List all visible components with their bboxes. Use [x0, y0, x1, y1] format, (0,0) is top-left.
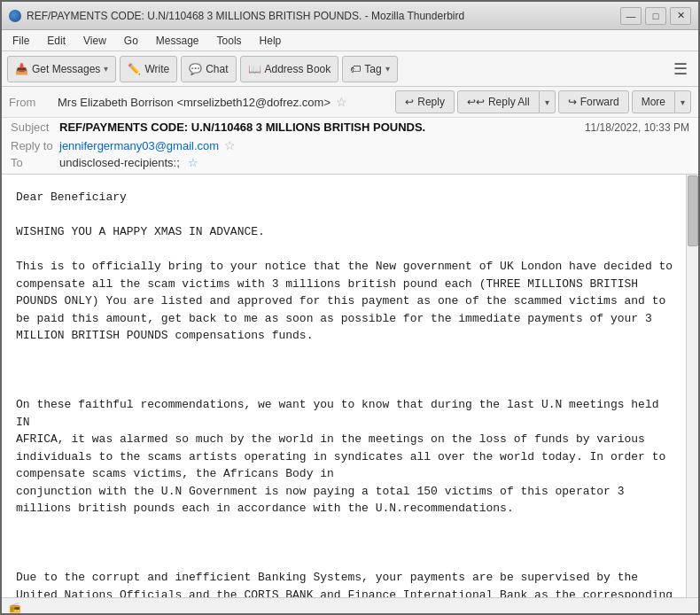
action-buttons: ↩ Reply ↩↩ Reply All ▾ ↪ Forward More — [395, 90, 691, 113]
reply-to-star-icon[interactable]: ☆ — [224, 138, 236, 152]
subject-label: Subject — [11, 121, 59, 134]
scrollbar[interactable] — [686, 175, 698, 597]
menu-tools[interactable]: Tools — [210, 33, 249, 49]
to-label: To — [11, 156, 59, 169]
reply-button[interactable]: ↩ Reply — [395, 90, 455, 113]
tag-icon: 🏷 — [350, 63, 361, 75]
reply-all-label: Reply All — [488, 96, 530, 108]
main-content: From Mrs Elizabeth Borrison <mrselizbeth… — [2, 87, 698, 615]
reply-to-value: jennifergermany03@gmail.com — [59, 139, 219, 152]
menu-go[interactable]: Go — [117, 33, 145, 49]
to-row: To undisclosed-recipients:; ☆ — [2, 154, 698, 174]
address-book-button[interactable]: 📖 Address Book — [240, 56, 339, 82]
from-label: From — [9, 96, 58, 109]
minimize-button[interactable]: — — [620, 7, 642, 25]
menu-file[interactable]: File — [5, 33, 36, 49]
more-group: More ▾ — [632, 90, 691, 113]
tag-label: Tag — [364, 63, 381, 75]
write-icon: ✏️ — [128, 63, 141, 75]
from-value: Mrs Elizabeth Borrison <mrselizbeth12@do… — [58, 96, 331, 109]
from-section: From Mrs Elizabeth Borrison <mrselizbeth… — [9, 95, 347, 109]
maximize-button[interactable]: □ — [645, 7, 666, 25]
forward-icon: ↪ — [568, 96, 577, 108]
get-messages-icon: 📥 — [15, 63, 28, 75]
menu-message[interactable]: Message — [149, 33, 206, 49]
to-value: undisclosed-recipients:; ☆ — [59, 156, 198, 169]
email-body-container: Dear Beneficiary WISHING YOU A HAPPY XMA… — [2, 175, 698, 597]
chat-label: Chat — [206, 63, 228, 75]
forward-button[interactable]: ↪ Forward — [558, 90, 629, 113]
reply-all-group: ↩↩ Reply All ▾ — [457, 90, 556, 113]
app-icon — [9, 10, 21, 22]
scrollbar-thumb[interactable] — [688, 175, 698, 246]
status-icon: 📻 — [9, 602, 21, 613]
subject-row: Subject REF/PAYMENTS CODE: U.N/110468 3 … — [2, 118, 698, 136]
email-header: From Mrs Elizabeth Borrison <mrselizbeth… — [2, 87, 698, 175]
more-label: More — [642, 96, 665, 108]
status-bar: 📻 — [2, 597, 698, 615]
reply-label: Reply — [417, 96, 445, 108]
get-messages-button[interactable]: 📥 Get Messages ▾ — [7, 56, 116, 82]
forward-label: Forward — [580, 96, 619, 108]
to-star-icon[interactable]: ☆ — [188, 156, 198, 169]
chat-icon: 💬 — [189, 63, 202, 75]
email-body: Dear Beneficiary WISHING YOU A HAPPY XMA… — [2, 175, 698, 597]
reply-all-dropdown[interactable]: ▾ — [540, 90, 556, 113]
window-title: REF/PAYMENTS CODE: U.N/110468 3 MILLIONS… — [27, 10, 464, 22]
address-book-label: Address Book — [265, 63, 331, 75]
reply-icon: ↩ — [405, 96, 414, 108]
reply-to-row: Reply to jennifergermany03@gmail.com ☆ — [2, 136, 698, 154]
hamburger-menu-button[interactable]: ☰ — [668, 57, 693, 82]
reply-to-label: Reply to — [11, 139, 59, 152]
star-icon[interactable]: ☆ — [336, 95, 347, 109]
address-book-icon: 📖 — [248, 63, 261, 75]
menu-bar: File Edit View Go Message Tools Help — [2, 30, 698, 51]
title-bar-left: REF/PAYMENTS CODE: U.N/110468 3 MILLIONS… — [9, 10, 464, 22]
tag-arrow[interactable]: ▾ — [385, 64, 390, 74]
toolbar: 📥 Get Messages ▾ ✏️ Write 💬 Chat 📖 Addre… — [2, 51, 698, 87]
title-bar: REF/PAYMENTS CODE: U.N/110468 3 MILLIONS… — [2, 2, 698, 30]
tag-button[interactable]: 🏷 Tag ▾ — [342, 56, 397, 82]
menu-view[interactable]: View — [76, 33, 113, 49]
reply-all-icon: ↩↩ — [467, 96, 485, 108]
close-button[interactable]: ✕ — [670, 7, 691, 25]
window-controls: — □ ✕ — [620, 7, 691, 25]
get-messages-label: Get Messages — [32, 63, 100, 75]
more-dropdown[interactable]: ▾ — [675, 90, 691, 113]
write-button[interactable]: ✏️ Write — [120, 56, 177, 82]
menu-help[interactable]: Help — [253, 33, 289, 49]
chat-button[interactable]: 💬 Chat — [181, 56, 236, 82]
action-bar: From Mrs Elizabeth Borrison <mrselizbeth… — [2, 87, 698, 118]
subject-value: REF/PAYMENTS CODE: U.N/110468 3 MILLIONS… — [59, 121, 585, 134]
date-value: 11/18/2022, 10:33 PM — [585, 121, 689, 134]
more-button[interactable]: More — [632, 90, 675, 113]
menu-edit[interactable]: Edit — [40, 33, 73, 49]
reply-all-button[interactable]: ↩↩ Reply All — [457, 90, 540, 113]
get-messages-arrow[interactable]: ▾ — [104, 64, 108, 74]
write-label: Write — [144, 63, 169, 75]
